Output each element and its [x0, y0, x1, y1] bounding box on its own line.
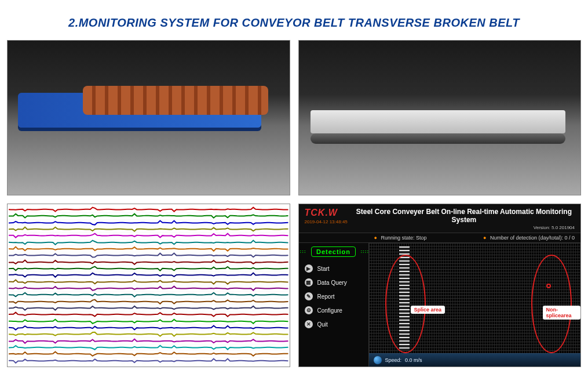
waveform-trace	[9, 351, 288, 357]
menu-item-label: Report	[317, 293, 335, 300]
monitor-title-block: Steel Core Conveyer Belt On-line Real-ti…	[353, 208, 575, 230]
quit-icon: ✕	[305, 320, 313, 328]
menu-item-start[interactable]: ▶Start	[302, 262, 365, 275]
waveform-trace	[9, 252, 288, 259]
waveform-trace	[9, 338, 288, 345]
menu-item-label: Start	[317, 266, 330, 272]
waveform-trace	[9, 259, 288, 266]
waveform-trace	[9, 240, 288, 246]
image-grid: TCK.W 2019-04-12 13:48:45 Steel Core Con…	[0, 40, 588, 367]
waveform-trace	[9, 311, 288, 318]
page-title: 2.MONITORING SYSTEM FOR CONVEYOR BELT TR…	[0, 0, 588, 40]
nonsplice-area-label: Non-splicearea	[543, 306, 581, 320]
nonsplice-area-ellipse	[531, 255, 572, 353]
waveform-trace	[9, 299, 288, 305]
monitor-logo-block: TCK.W 2019-04-12 13:48:45	[305, 208, 348, 224]
globe-icon	[374, 356, 382, 364]
monitor-header: TCK.W 2019-04-12 13:48:45 Steel Core Con…	[299, 204, 581, 233]
menu-item-configure[interactable]: ⚙Configure	[302, 303, 365, 317]
waveform-trace	[9, 292, 288, 298]
waveform-trace	[9, 226, 288, 233]
report-icon: ✎	[305, 292, 313, 300]
data-query-icon: ▦	[305, 278, 313, 287]
waveform-trace	[9, 318, 288, 325]
detection-section-label: Detection	[311, 246, 356, 257]
monitor-status-bar: ● Running state: Stop ● Number of detect…	[299, 233, 581, 243]
waveform-trace	[9, 325, 288, 331]
waveform-trace	[9, 233, 288, 239]
detection-count-value: 0 / 0	[564, 235, 575, 241]
timestamp-text: 2019-04-12 13:48:45	[305, 219, 348, 224]
menu-item-label: Data Query	[317, 280, 347, 286]
waveform-trace	[9, 279, 288, 285]
waveform-chart	[7, 204, 290, 367]
monitoring-software-window: TCK.W 2019-04-12 13:48:45 Steel Core Con…	[298, 204, 582, 367]
detection-count: ● Number of detection (day/total): 0 / 0	[483, 235, 575, 241]
menu-item-label: Quit	[317, 321, 328, 328]
waveform-trace	[9, 206, 288, 213]
waveform-trace	[9, 358, 288, 364]
running-state-value: Stop	[416, 235, 427, 241]
photo-sensor-assembly-silver	[298, 40, 582, 195]
configure-icon: ⚙	[305, 306, 313, 314]
start-icon: ▶	[305, 264, 313, 273]
monitor-footer: Speed: 0.0 m/s	[369, 353, 581, 367]
waveform-trace	[9, 266, 288, 272]
waveform-trace	[9, 272, 288, 278]
menu-item-label: Configure	[317, 307, 342, 314]
waveform-trace	[9, 305, 288, 311]
menu-item-data-query[interactable]: ▦Data Query	[302, 275, 365, 289]
sidebar-menu: ▶Start▦Data Query✎Report⚙Configure✕Quit	[302, 262, 365, 331]
status-dot-icon: ●	[374, 235, 377, 241]
speed-value: 0.0 m/s	[405, 357, 422, 363]
monitor-title: Steel Core Conveyer Belt On-line Real-ti…	[353, 208, 575, 224]
logo-text: TCK.W	[305, 208, 348, 218]
waveform-trace	[9, 213, 288, 219]
splice-area-label: Splice area	[411, 306, 445, 314]
detection-count-label: Number of detection (day/total):	[490, 235, 563, 241]
monitor-sidebar: Detection ▶Start▦Data Query✎Report⚙Confi…	[299, 243, 368, 367]
belt-scan-canvas: Splice area Non-splicearea Speed: 0.0 m/…	[368, 243, 581, 367]
splice-area-ellipse	[385, 255, 426, 353]
running-state-label: Running state:	[381, 235, 414, 241]
defect-marker-icon	[546, 284, 551, 288]
waveform-trace	[9, 331, 288, 338]
monitor-body: Detection ▶Start▦Data Query✎Report⚙Confi…	[299, 243, 581, 367]
waveform-trace	[9, 285, 288, 292]
monitor-version: Version: 5.0 201904	[353, 225, 575, 230]
waveform-trace	[9, 345, 288, 351]
menu-item-report[interactable]: ✎Report	[302, 289, 365, 303]
waveform-trace	[9, 246, 288, 252]
waveform-trace	[9, 220, 288, 226]
status-dot-icon: ●	[483, 235, 486, 241]
menu-item-quit[interactable]: ✕Quit	[302, 317, 365, 331]
photo-sensor-assembly-blue	[7, 40, 290, 195]
speed-label: Speed:	[385, 357, 402, 363]
running-state: ● Running state: Stop	[374, 235, 427, 241]
